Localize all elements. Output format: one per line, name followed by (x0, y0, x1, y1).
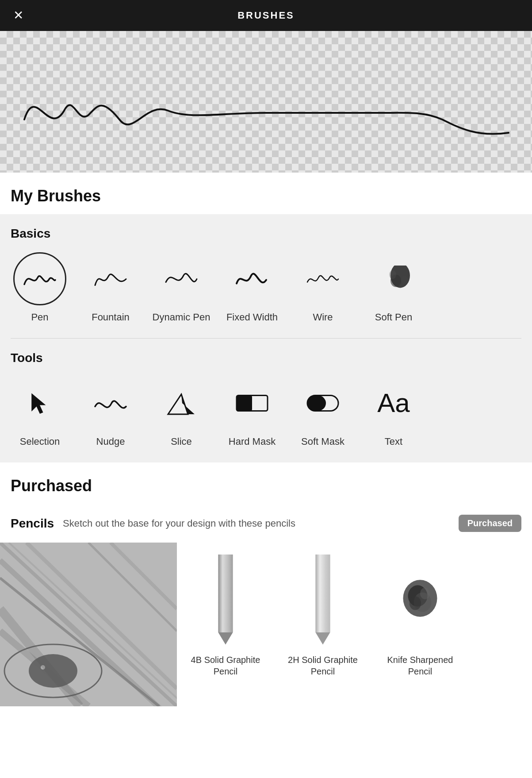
brush-icon-soft-pen (367, 252, 420, 305)
brush-item-fountain[interactable]: Fountain (75, 248, 146, 327)
pencils-description: Sketch out the base for your design with… (63, 518, 450, 529)
tool-item-selection[interactable]: Selection (4, 372, 75, 452)
tool-label-soft-mask: Soft Mask (301, 436, 344, 447)
tool-label-selection: Selection (20, 436, 60, 447)
pencil-item-4b[interactable]: 4B Solid Graphite Pencil (177, 543, 274, 706)
tools-row: Selection Nudge Slice (0, 372, 532, 462)
basics-brush-row: Pen Fountain Dynamic Pen (0, 248, 532, 338)
brush-label-dynamic-pen: Dynamic Pen (153, 312, 211, 323)
close-button[interactable]: ✕ (13, 9, 23, 22)
tool-icon-soft-mask (296, 377, 349, 430)
svg-marker-5 (168, 394, 188, 414)
pencils-row: 4B Solid Graphite Pencil (0, 543, 532, 706)
pencils-label: Pencils (11, 516, 54, 531)
tool-item-nudge[interactable]: Nudge (75, 372, 146, 452)
basics-label: Basics (0, 214, 532, 248)
tool-label-slice: Slice (171, 436, 192, 447)
tool-item-slice[interactable]: Slice (146, 372, 217, 452)
brush-icon-fountain (84, 252, 137, 305)
tool-item-soft-mask[interactable]: Soft Mask (287, 372, 358, 452)
pencil-thumb-4b (201, 550, 250, 647)
tool-label-text: Text (385, 436, 402, 447)
canvas-preview (0, 31, 532, 173)
brush-icon-wire (296, 252, 349, 305)
pencil-item-2h[interactable]: 2H Solid Graphite Pencil (274, 543, 371, 706)
tool-item-text[interactable]: Aa Text (358, 372, 429, 452)
header: ✕ BRUSHES (0, 0, 532, 31)
pencil-label-2h: 2H Solid Graphite Pencil (278, 654, 368, 677)
brush-label-wire: Wire (313, 312, 333, 323)
pencil-preview-large (0, 543, 177, 706)
pencil-thumb-2h (299, 550, 347, 647)
brush-item-wire[interactable]: Wire (287, 248, 358, 327)
svg-point-2 (401, 276, 408, 285)
svg-marker-6 (181, 394, 195, 414)
svg-marker-30 (316, 632, 330, 645)
svg-rect-8 (237, 396, 252, 411)
tool-label-hard-mask: Hard Mask (229, 436, 276, 447)
brush-icon-dynamic-pen (155, 252, 208, 305)
brush-label-fountain: Fountain (92, 312, 130, 323)
brush-label-pen: Pen (31, 312, 48, 323)
brush-item-dynamic-pen[interactable]: Dynamic Pen (146, 248, 217, 327)
tool-icon-selection (13, 377, 66, 430)
brush-label-soft-pen: Soft Pen (375, 312, 412, 323)
pencil-item-knife[interactable]: Knife Sharpened Pencil (371, 543, 469, 706)
brush-icon-pen (13, 252, 66, 305)
brush-label-fixed-width: Fixed Width (226, 312, 278, 323)
svg-rect-10 (307, 396, 326, 411)
svg-rect-26 (218, 555, 233, 632)
brush-item-soft-pen[interactable]: Soft Pen (358, 248, 429, 327)
pencil-thumb-knife (396, 550, 444, 647)
tool-label-nudge: Nudge (96, 436, 125, 447)
svg-point-34 (410, 597, 421, 610)
pencils-group: Pencils Sketch out the base for your des… (0, 504, 532, 706)
svg-point-35 (420, 588, 430, 599)
basics-group: Basics Pen Fountain (0, 214, 532, 462)
header-title: BRUSHES (237, 10, 295, 21)
svg-marker-4 (31, 393, 46, 414)
pencil-label-knife: Knife Sharpened Pencil (375, 654, 465, 677)
svg-rect-29 (316, 555, 330, 632)
my-brushes-title: My Brushes (0, 173, 532, 214)
pencils-header: Pencils Sketch out the base for your des… (0, 504, 532, 532)
brush-icon-fixed-width (226, 252, 279, 305)
tool-icon-text: Aa (367, 377, 420, 430)
tool-icon-hard-mask (226, 377, 279, 430)
brush-item-pen[interactable]: Pen (4, 248, 75, 327)
svg-point-3 (389, 270, 396, 279)
svg-marker-27 (218, 632, 233, 645)
tool-icon-nudge (84, 377, 137, 430)
tools-label: Tools (0, 339, 532, 372)
pencil-label-4b: 4B Solid Graphite Pencil (180, 654, 271, 677)
purchased-title: Purchased (0, 462, 532, 504)
text-symbol: Aa (377, 390, 410, 416)
tool-icon-slice (155, 377, 208, 430)
tool-item-hard-mask[interactable]: Hard Mask (217, 372, 287, 452)
purchased-badge[interactable]: Purchased (459, 515, 521, 532)
brush-item-fixed-width[interactable]: Fixed Width (217, 248, 287, 327)
